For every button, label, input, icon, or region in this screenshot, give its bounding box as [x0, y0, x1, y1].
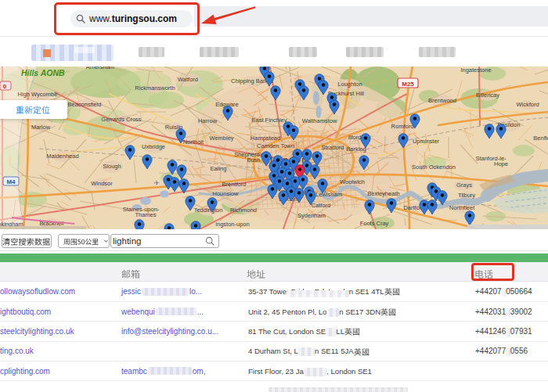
svg-text:Loughton: Loughton [337, 81, 362, 88]
svg-text:Billericay: Billericay [476, 92, 499, 99]
svg-text:Uxbridge: Uxbridge [142, 143, 165, 150]
svg-text:Romford: Romford [391, 123, 414, 130]
svg-text:Wickford: Wickford [516, 101, 539, 108]
svg-text:East Finchley: East Finchley [251, 117, 287, 124]
svg-text:High Wycombe: High Wycombe [18, 91, 58, 98]
svg-text:M25: M25 [402, 81, 414, 88]
svg-text:Windsor: Windsor [91, 180, 113, 187]
svg-text:Teddington: Teddington [194, 207, 223, 214]
svg-text:Foots Cray: Foots Cray [360, 220, 389, 227]
svg-text:Gerrards Cross: Gerrards Cross [101, 116, 142, 123]
svg-text:0: 0 [3, 83, 7, 90]
svg-text:Northolt: Northolt [183, 138, 204, 146]
svg-text:Sydenham: Sydenham [297, 212, 326, 219]
svg-text:ingston-upon: ingston-upon [215, 221, 249, 228]
svg-text:Ealing: Ealing [211, 165, 227, 172]
svg-text:Grays: Grays [456, 182, 472, 189]
svg-text:Walthamstow: Walthamstow [302, 117, 337, 124]
svg-text:Wembley: Wembley [209, 135, 233, 142]
svg-text:Watford: Watford [178, 76, 198, 83]
svg-text:Ingatestone: Ingatestone [460, 67, 491, 74]
svg-text:✈: ✈ [153, 179, 160, 187]
svg-text:M4: M4 [6, 178, 16, 185]
svg-text:Slough: Slough [103, 163, 121, 170]
svg-text:Bexleyheath: Bexleyheath [367, 190, 399, 197]
svg-text:Hope: Hope [494, 160, 508, 167]
svg-text:Brentwood: Brentwood [428, 97, 456, 104]
svg-text:Thames: Thames [135, 211, 156, 218]
svg-text:Woolwich: Woolwich [340, 178, 365, 185]
svg-text:Upminster: Upminster [413, 138, 440, 145]
svg-text:Marlow: Marlow [31, 124, 51, 131]
svg-text:Harrow: Harrow [198, 117, 218, 124]
svg-text:Hampstead: Hampstead [251, 135, 280, 142]
svg-text:Ilford: Ilford [348, 134, 362, 141]
svg-text:Richmond: Richmond [230, 207, 257, 214]
svg-text:Hills AONB: Hills AONB [21, 68, 65, 77]
svg-text:Camden Town: Camden Town [257, 142, 294, 149]
svg-text:Bush: Bush [247, 156, 260, 164]
svg-text:Brentford: Brentford [222, 181, 247, 188]
svg-text:Lewisham: Lewisham [315, 191, 342, 198]
svg-text:Northfleet: Northfleet [449, 204, 475, 211]
svg-text:Beaconsfield: Beaconsfield [68, 101, 102, 108]
svg-text:Barking: Barking [346, 146, 366, 153]
svg-text:Amersham: Amersham [86, 67, 114, 70]
svg-text:Maidenhead: Maidenhead [46, 153, 78, 160]
svg-text:Hounslow: Hounslow [213, 190, 240, 197]
svg-text:Tilbury: Tilbury [458, 192, 475, 199]
svg-text:South Ockendon: South Ockendon [412, 164, 456, 171]
svg-text:Benfle: Benfle [533, 135, 548, 142]
svg-text:Catford: Catford [312, 202, 331, 209]
svg-text:Rickmansworth: Rickmansworth [135, 85, 175, 92]
svg-text:Stratford: Stratford [322, 144, 344, 151]
